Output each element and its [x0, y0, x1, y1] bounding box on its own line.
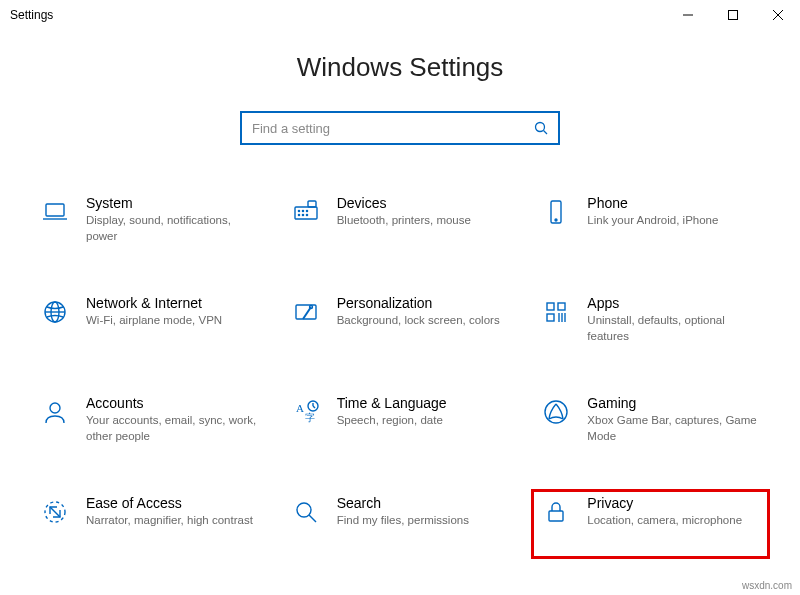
svg-rect-24 — [558, 303, 565, 310]
svg-point-11 — [302, 210, 303, 211]
window-title: Settings — [10, 8, 665, 22]
ease-of-access-icon — [34, 495, 76, 527]
svg-rect-1 — [728, 11, 737, 20]
search-container — [0, 111, 800, 145]
svg-rect-6 — [46, 204, 64, 216]
svg-point-29 — [50, 403, 60, 413]
svg-text:字: 字 — [305, 412, 315, 423]
tile-desc: Uninstall, defaults, optional features — [587, 313, 758, 344]
svg-line-38 — [309, 515, 316, 522]
svg-point-12 — [306, 210, 307, 211]
gaming-icon — [535, 395, 577, 427]
svg-rect-25 — [547, 314, 554, 321]
tile-title: Personalization — [337, 295, 500, 311]
tile-apps[interactable]: Apps Uninstall, defaults, optional featu… — [531, 289, 770, 359]
tile-title: Privacy — [587, 495, 742, 511]
tile-phone[interactable]: Phone Link your Android, iPhone — [531, 189, 770, 259]
tile-accounts[interactable]: Accounts Your accounts, email, sync, wor… — [30, 389, 269, 459]
tile-title: System — [86, 195, 257, 211]
svg-rect-9 — [308, 201, 316, 207]
svg-rect-8 — [295, 207, 317, 219]
paintbrush-icon — [285, 295, 327, 327]
maximize-button[interactable] — [710, 0, 755, 30]
svg-point-13 — [298, 214, 299, 215]
svg-point-10 — [298, 210, 299, 211]
tile-ease-of-access[interactable]: Ease of Access Narrator, magnifier, high… — [30, 489, 269, 559]
tile-title: Phone — [587, 195, 718, 211]
tile-desc: Your accounts, email, sync, work, other … — [86, 413, 257, 444]
svg-rect-39 — [549, 511, 563, 521]
keyboard-icon — [285, 195, 327, 227]
tile-title: Search — [337, 495, 469, 511]
svg-point-4 — [536, 123, 545, 132]
close-button[interactable] — [755, 0, 800, 30]
tile-desc: Find my files, permissions — [337, 513, 469, 529]
laptop-icon — [34, 195, 76, 227]
tile-desc: Narrator, magnifier, high contrast — [86, 513, 253, 529]
tile-privacy[interactable]: Privacy Location, camera, microphone — [531, 489, 770, 559]
tile-desc: Wi-Fi, airplane mode, VPN — [86, 313, 222, 329]
tile-title: Network & Internet — [86, 295, 222, 311]
tile-desc: Display, sound, notifications, power — [86, 213, 257, 244]
tile-system[interactable]: System Display, sound, notifications, po… — [30, 189, 269, 259]
tile-search[interactable]: Search Find my files, permissions — [281, 489, 520, 559]
minimize-button[interactable] — [665, 0, 710, 30]
phone-icon — [535, 195, 577, 227]
svg-point-17 — [555, 219, 557, 221]
tile-title: Apps — [587, 295, 758, 311]
window-controls — [665, 0, 800, 30]
apps-icon — [535, 295, 577, 327]
tile-devices[interactable]: Devices Bluetooth, printers, mouse — [281, 189, 520, 259]
lock-icon — [535, 495, 577, 527]
svg-point-14 — [302, 214, 303, 215]
tile-title: Gaming — [587, 395, 758, 411]
tile-gaming[interactable]: Gaming Xbox Game Bar, captures, Game Mod… — [531, 389, 770, 459]
tile-title: Ease of Access — [86, 495, 253, 511]
tile-desc: Xbox Game Bar, captures, Game Mode — [587, 413, 758, 444]
tile-time-language[interactable]: A字 Time & Language Speech, region, date — [281, 389, 520, 459]
svg-point-37 — [297, 503, 311, 517]
page-title: Windows Settings — [0, 52, 800, 83]
svg-rect-23 — [547, 303, 554, 310]
tile-desc: Location, camera, microphone — [587, 513, 742, 529]
tile-title: Accounts — [86, 395, 257, 411]
search-icon — [534, 121, 548, 135]
settings-grid: System Display, sound, notifications, po… — [0, 189, 800, 559]
svg-line-5 — [544, 131, 548, 135]
person-icon — [34, 395, 76, 427]
tile-desc: Bluetooth, printers, mouse — [337, 213, 471, 229]
watermark: wsxdn.com — [742, 580, 792, 591]
search-input[interactable] — [252, 121, 534, 136]
svg-line-34 — [313, 406, 315, 408]
tile-title: Time & Language — [337, 395, 447, 411]
tile-personalization[interactable]: Personalization Background, lock screen,… — [281, 289, 520, 359]
tile-desc: Speech, region, date — [337, 413, 447, 429]
time-language-icon: A字 — [285, 395, 327, 427]
globe-icon — [34, 295, 76, 327]
tile-network[interactable]: Network & Internet Wi-Fi, airplane mode,… — [30, 289, 269, 359]
svg-point-15 — [306, 214, 307, 215]
magnifier-icon — [285, 495, 327, 527]
titlebar: Settings — [0, 0, 800, 30]
search-box[interactable] — [240, 111, 560, 145]
tile-desc: Link your Android, iPhone — [587, 213, 718, 229]
tile-title: Devices — [337, 195, 471, 211]
tile-desc: Background, lock screen, colors — [337, 313, 500, 329]
svg-text:A: A — [296, 402, 304, 414]
